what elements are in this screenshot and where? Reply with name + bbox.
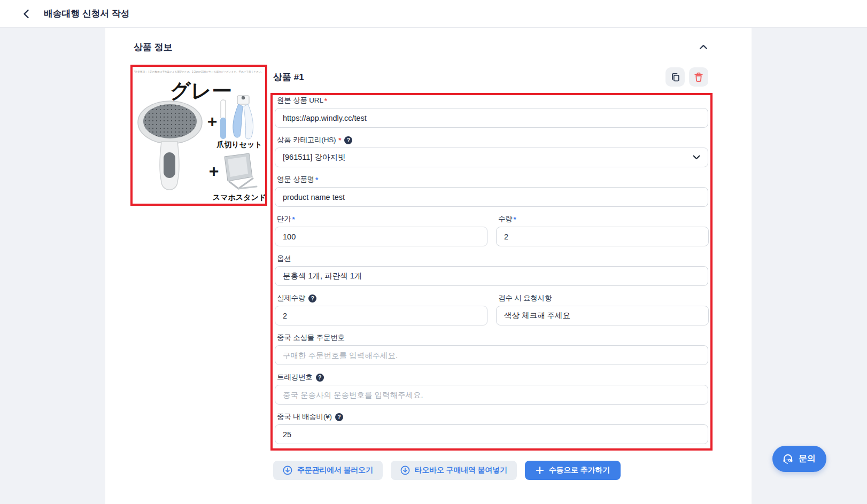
field-label: 수량* — [498, 215, 709, 223]
clipper-set-illustration — [220, 96, 253, 139]
product-montage: *注意事項：上記の数値は手作業による測定のため、1-2cmの誤差が生じる場合がご… — [133, 67, 265, 204]
field-label: 단가* — [277, 215, 487, 223]
top-bar: 배송대행 신청서 작성 — [0, 0, 867, 28]
inquiry-chat-button[interactable]: 문의 — [772, 446, 826, 472]
chevron-left-icon — [22, 9, 32, 19]
phone-stand-label: スマホスタンド — [213, 193, 265, 201]
source-url-input[interactable] — [275, 108, 708, 128]
field-category: 상품 카테고리(HS)*? [961511] 강아지빗 — [275, 136, 708, 167]
back-button[interactable] — [21, 9, 32, 19]
china-shipping-fee-input[interactable] — [275, 424, 708, 444]
field-unit-price: 단가* — [275, 215, 487, 246]
field-source-url: 원본 상품 URL* — [275, 96, 708, 128]
clipper-set-label: 爪切りセット — [216, 140, 262, 149]
download-circle-icon — [283, 466, 292, 475]
field-label: 상품 카테고리(HS)*? — [277, 136, 708, 144]
field-row-actual-inspection: 실제수량? 검수 시 요청사항 — [275, 294, 708, 325]
tracking-no-input[interactable] — [275, 385, 708, 405]
help-icon[interactable]: ? — [335, 413, 343, 421]
paste-taobao-button[interactable]: 타오바오 구매내역 붙여넣기 — [391, 461, 517, 480]
plus-icon — [536, 466, 544, 475]
add-manually-button[interactable]: 수동으로 추가하기 — [525, 461, 621, 480]
required-mark: * — [514, 215, 516, 223]
help-icon[interactable]: ? — [316, 374, 324, 382]
field-china-order-no: 중국 소싱몰 주문번호 — [275, 334, 708, 365]
actual-quantity-input[interactable] — [275, 306, 487, 325]
field-english-name: 영문 상품명* — [275, 175, 708, 207]
delete-product-button[interactable] — [689, 67, 708, 87]
category-select[interactable]: [961511] 강아지빗 — [275, 148, 708, 167]
collapse-section-button[interactable] — [696, 40, 711, 55]
field-option: 옵션 — [275, 254, 708, 286]
field-label: 옵션 — [277, 254, 708, 263]
help-icon[interactable]: ? — [308, 294, 316, 303]
chevron-up-icon — [699, 44, 708, 50]
product-info-card: 상품 정보 *注意事項：上記の数値は手作業による測定のため、1-2cmの誤差が生… — [105, 28, 752, 504]
option-input[interactable] — [275, 266, 708, 286]
plus-sign-2: + — [209, 161, 219, 181]
form-actions: 주문관리에서 불러오기 타오바오 구매내역 붙여넣기 수동으로 추가하 — [273, 461, 713, 496]
copy-icon — [670, 72, 680, 82]
unit-price-input[interactable] — [275, 227, 487, 246]
plus-sign-1: + — [207, 112, 218, 131]
download-circle-icon — [400, 466, 410, 475]
field-actual-quantity: 실제수량? — [275, 294, 487, 325]
headset-face-icon — [781, 453, 794, 466]
section-title: 상품 정보 — [134, 41, 173, 53]
product-form: 원본 상품 URL* 상품 카테고리(HS)*? [961511] 강아지빗 — [270, 93, 713, 451]
product-item-title: 상품 #1 — [273, 71, 304, 83]
product-image: *注意事項：上記の数値は手作業による測定のため、1-2cmの誤差が生じる場合がご… — [130, 65, 267, 206]
field-label: 중국 소싱몰 주문번호 — [277, 334, 708, 342]
trash-icon — [694, 72, 703, 82]
english-name-input[interactable] — [275, 187, 708, 207]
image-caption: *注意事項：上記の数値は手作業による測定のため、1-2cmの誤差が生じる場合がご… — [134, 70, 264, 74]
help-icon[interactable]: ? — [344, 136, 352, 144]
image-headline: グレー — [170, 80, 232, 102]
field-quantity: 수량* — [496, 215, 709, 246]
phone-stand-illustration — [225, 153, 257, 189]
duplicate-product-button[interactable] — [665, 67, 685, 87]
field-label: 트래킹번호? — [277, 373, 708, 382]
load-from-orders-button[interactable]: 주문관리에서 불러오기 — [273, 461, 383, 480]
brush-illustration — [138, 101, 202, 190]
field-row-price-qty: 단가* 수량* — [275, 215, 708, 246]
required-mark: * — [338, 136, 341, 144]
chevron-down-icon — [693, 155, 700, 160]
field-label: 중국 내 배송비(¥)? — [277, 413, 708, 421]
required-mark: * — [315, 176, 318, 184]
field-label: 검수 시 요청사항 — [498, 294, 709, 303]
field-china-shipping-fee: 중국 내 배송비(¥)? — [275, 413, 708, 444]
field-tracking-no: 트래킹번호? — [275, 373, 708, 405]
field-label: 원본 상품 URL* — [277, 96, 708, 105]
field-label: 실제수량? — [277, 294, 487, 303]
field-inspection-request: 검수 시 요청사항 — [496, 294, 709, 325]
china-order-no-input[interactable] — [275, 345, 708, 365]
field-label: 영문 상품명* — [277, 175, 708, 184]
page-title: 배송대행 신청서 작성 — [44, 7, 129, 20]
required-mark: * — [324, 97, 327, 105]
inspection-request-input[interactable] — [496, 306, 709, 325]
required-mark: * — [292, 215, 295, 223]
quantity-input[interactable] — [496, 227, 709, 246]
